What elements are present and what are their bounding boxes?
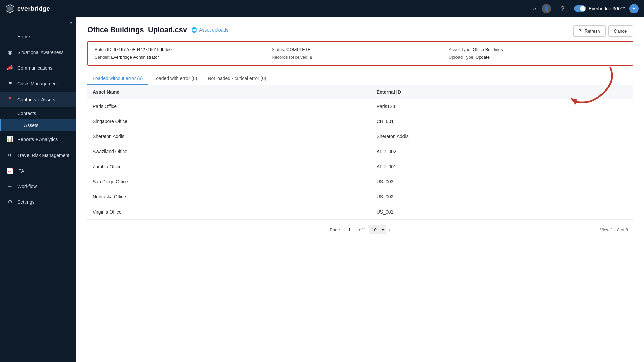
page-input[interactable] xyxy=(343,225,356,234)
sidebar-item-ita[interactable]: 📈 ITA xyxy=(0,163,76,179)
sidebar-item-travel-risk[interactable]: ✈ Travel Risk Management xyxy=(0,147,76,163)
of-label: of 1 xyxy=(359,227,366,232)
cell-asset-name-6: Nebraska Office xyxy=(87,189,371,204)
everbridge-360-toggle[interactable]: Everbridge 360™ xyxy=(574,5,625,12)
sidebar-item-contacts-assets[interactable]: 📍 Contacts + Assets xyxy=(0,92,76,107)
communications-icon: 📣 xyxy=(7,65,13,71)
batch-id-value: 671677c08d442716619db6e0 xyxy=(114,47,172,52)
status-label: Status: xyxy=(272,47,285,52)
page-title: Office Buildings_Upload.csv xyxy=(87,25,187,34)
table-row: Virginia Office US_001 xyxy=(87,204,633,220)
topbar: everbridge « 👤 ? Everbridge 360™ E xyxy=(0,0,644,17)
sidebar-collapse-btn[interactable]: « xyxy=(0,17,76,29)
settings-icon: ⚙ xyxy=(7,199,13,205)
upload-type-label: Upload Type: xyxy=(449,55,474,60)
cell-external-id-7: US_001 xyxy=(371,204,633,220)
help-icon[interactable]: ? xyxy=(559,4,566,14)
sidebar-item-crisis-management[interactable]: ⚑ Crisis Management xyxy=(0,76,76,92)
table-row: San Diego Office US_003 xyxy=(87,174,633,189)
main-layout: « ⌂ Home ◉ Situational Awareness 📣 Commu… xyxy=(0,17,644,362)
breadcrumb-globe-icon: 🌐 xyxy=(191,27,197,33)
sidebar-item-settings[interactable]: ⚙ Settings xyxy=(0,194,76,210)
cancel-label: Cancel xyxy=(614,28,628,34)
records-field: Records Received: 8 xyxy=(272,55,449,60)
col-header-external-id: External ID xyxy=(371,85,633,99)
sidebar-sub-item-contacts-label: Contacts xyxy=(17,111,36,116)
sidebar-item-reports-analytics[interactable]: 📊 Reports + Analytics xyxy=(0,131,76,147)
cell-asset-name-1: Singapore Office xyxy=(87,114,371,129)
table-row: Nebraska Office US_002 xyxy=(87,189,633,204)
logo: everbridge xyxy=(5,4,50,13)
cell-external-id-1: CH_001 xyxy=(371,114,633,129)
action-row: ↻ Refresh Cancel xyxy=(573,25,633,37)
sidebar-item-travel-risk-label: Travel Risk Management xyxy=(17,153,69,158)
tab-loaded-no-error[interactable]: Loaded without error (8) xyxy=(87,72,148,85)
sidebar-sub-item-contacts[interactable]: Contacts xyxy=(0,107,76,119)
batch-id-label: Batch ID: xyxy=(95,47,112,52)
cancel-button[interactable]: Cancel xyxy=(608,25,633,37)
tabs: Loaded without error (8) Loaded with err… xyxy=(87,72,633,85)
logo-icon xyxy=(5,4,15,13)
sidebar-item-communications[interactable]: 📣 Communications xyxy=(0,60,76,76)
cell-asset-name-4: Zambia Office xyxy=(87,159,371,174)
workflow-icon: ↔ xyxy=(7,183,13,189)
situational-awareness-icon: ◉ xyxy=(7,49,13,55)
sidebar-item-situational-awareness-label: Situational Awareness xyxy=(17,50,64,55)
col-header-asset-name: Asset Name xyxy=(87,85,371,99)
refresh-button[interactable]: ↻ Refresh xyxy=(573,25,606,37)
refresh-label: Refresh xyxy=(585,28,600,34)
refresh-icon: ↻ xyxy=(579,28,583,34)
cell-asset-name-3: Swaziland Office xyxy=(87,144,371,159)
home-icon: ⌂ xyxy=(7,34,13,40)
info-box: Batch ID: 671677c08d442716619db6e0 Statu… xyxy=(87,41,633,66)
svg-marker-1 xyxy=(7,6,13,11)
cell-external-id-4: AFR_001 xyxy=(371,159,633,174)
page-label: Page xyxy=(330,227,340,232)
ita-icon: 📈 xyxy=(7,168,13,174)
sidebar-sub-item-assets[interactable]: Assets xyxy=(0,119,76,131)
pagination-next-icon[interactable]: › xyxy=(389,227,390,233)
sender-value: Everbridge Administrator xyxy=(111,55,159,60)
breadcrumb-link[interactable]: 🌐 Asset uploads xyxy=(191,27,228,33)
contacts-assets-icon: 📍 xyxy=(7,96,13,103)
sidebar-item-ita-label: ITA xyxy=(17,168,24,174)
sidebar-item-situational-awareness[interactable]: ◉ Situational Awareness xyxy=(0,44,76,60)
sidebar-item-home[interactable]: ⌂ Home xyxy=(0,29,76,44)
records-label: Records Received: xyxy=(272,55,309,60)
table-row: Swaziland Office AFR_002 xyxy=(87,144,633,159)
table-row: Singapore Office CH_001 xyxy=(87,114,633,129)
cell-external-id-6: US_002 xyxy=(371,189,633,204)
cell-external-id-2: Sheraton Addis xyxy=(371,129,633,144)
reports-analytics-icon: 📊 xyxy=(7,136,13,142)
per-page-select[interactable]: 10 25 50 100 xyxy=(369,225,386,234)
sidebar: « ⌂ Home ◉ Situational Awareness 📣 Commu… xyxy=(0,17,76,362)
crisis-management-icon: ⚑ xyxy=(7,80,13,87)
cell-asset-name-2: Sheraton Addis xyxy=(87,129,371,144)
sidebar-item-home-label: Home xyxy=(17,34,30,39)
sender-field: Sender: Everbridge Administrator xyxy=(95,55,272,60)
asset-type-field: Asset Type: Office Buildings xyxy=(449,47,626,52)
profile-circle[interactable]: E xyxy=(629,4,639,13)
sidebar-item-communications-label: Communications xyxy=(17,65,52,71)
sidebar-item-settings-label: Settings xyxy=(17,199,35,205)
content-area: ↻ Refresh Cancel Office Buildings_Upload… xyxy=(76,17,644,362)
asset-type-value: Office Buildings xyxy=(473,47,503,52)
divider-2 xyxy=(570,4,570,13)
tab-loaded-error[interactable]: Loaded with error (0) xyxy=(148,72,202,85)
user-avatar[interactable]: 👤 xyxy=(542,4,551,13)
cell-asset-name-7: Virginia Office xyxy=(87,204,371,220)
travel-risk-icon: ✈ xyxy=(7,152,13,158)
sidebar-item-workflow[interactable]: ↔ Workflow xyxy=(0,179,76,194)
page-header: Office Buildings_Upload.csv 🌐 Asset uplo… xyxy=(87,25,633,34)
app-name: everbridge xyxy=(17,5,50,12)
tab-not-loaded[interactable]: Not loaded - critical error (0) xyxy=(202,72,271,85)
sidebar-sub-item-assets-label: Assets xyxy=(24,123,38,128)
table-row: Paris Office Paris123 xyxy=(87,99,633,114)
toggle-switch[interactable] xyxy=(574,5,586,12)
divider-1 xyxy=(555,4,555,13)
status-field: Status: COMPLETE xyxy=(272,47,449,52)
collapse-icon[interactable]: « xyxy=(532,4,538,14)
sender-label: Sender: xyxy=(95,55,110,60)
sidebar-item-workflow-label: Workflow xyxy=(17,184,37,189)
upload-type-value: Update xyxy=(476,55,490,60)
